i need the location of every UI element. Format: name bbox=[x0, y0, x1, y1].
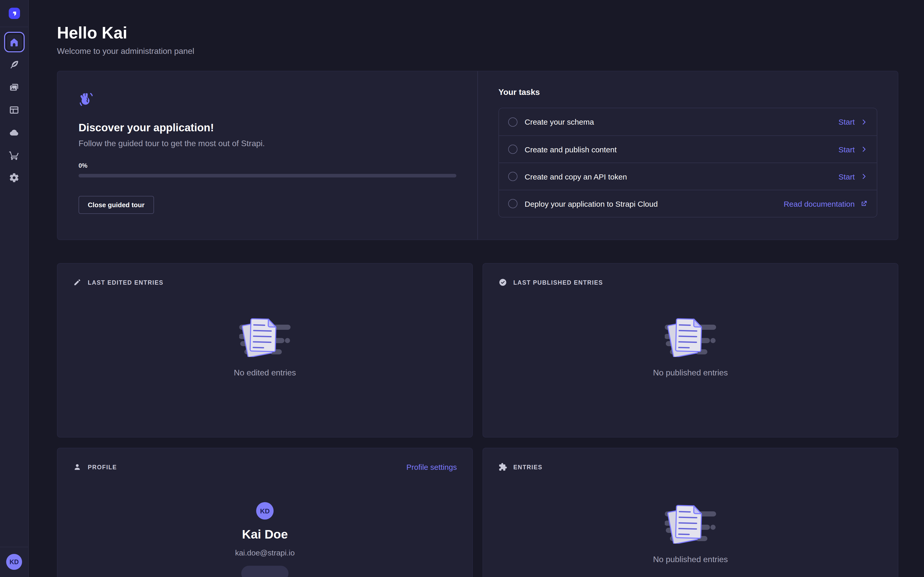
progress-label: 0% bbox=[79, 162, 456, 169]
pencil-icon bbox=[73, 278, 82, 287]
gear-icon bbox=[9, 172, 19, 183]
sidebar-divider-bottom bbox=[0, 547, 29, 547]
guided-tour-subtitle: Follow the guided tour to get the most o… bbox=[79, 139, 456, 148]
task-status-circle bbox=[508, 172, 517, 181]
task-row: Create and publish content Start bbox=[499, 135, 877, 163]
widget-header: PROFILE Profile settings bbox=[73, 463, 457, 471]
task-read-documentation-link[interactable]: Read documentation bbox=[783, 199, 867, 208]
sidebar-nav bbox=[4, 32, 24, 188]
sidebar-item-cloud[interactable] bbox=[4, 122, 24, 143]
task-status-circle bbox=[508, 117, 517, 126]
page-title: Hello Kai bbox=[57, 23, 898, 43]
task-status-circle bbox=[508, 199, 517, 208]
main-content: Hello Kai Welcome to your administration… bbox=[29, 0, 924, 577]
guided-tour-card: Discover your application! Follow the gu… bbox=[57, 71, 898, 240]
your-tasks-section: Your tasks Create your schema Start bbox=[478, 71, 898, 240]
profile-widget: PROFILE Profile settings KD Kai Doe kai.… bbox=[57, 448, 473, 577]
cloud-icon bbox=[9, 127, 19, 138]
sidebar-item-content-manager[interactable] bbox=[4, 54, 24, 75]
task-row: Create your schema Start bbox=[499, 108, 877, 135]
task-start-link[interactable]: Start bbox=[838, 145, 867, 154]
profile-avatar: KD bbox=[256, 502, 274, 519]
sidebar-item-marketplace[interactable] bbox=[4, 145, 24, 165]
task-start-link[interactable]: Start bbox=[838, 172, 867, 181]
task-list: Create your schema Start Create and publ… bbox=[498, 108, 877, 218]
external-link-icon bbox=[860, 200, 867, 207]
widget-title: PROFILE bbox=[88, 464, 117, 470]
feather-icon bbox=[9, 59, 19, 70]
page-header: Hello Kai Welcome to your administration… bbox=[57, 23, 898, 56]
last-edited-entries-widget: LAST EDITED ENTRIES No edited entries bbox=[57, 263, 473, 437]
widget-title: LAST PUBLISHED ENTRIES bbox=[513, 279, 603, 285]
media-library-icon bbox=[9, 82, 19, 93]
task-start-link[interactable]: Start bbox=[838, 118, 867, 126]
widget-header: ENTRIES bbox=[498, 463, 882, 471]
task-label: Deploy your application to Strapi Cloud bbox=[525, 199, 776, 208]
strapi-logo[interactable] bbox=[8, 8, 20, 19]
cart-icon bbox=[9, 150, 19, 160]
home-icon bbox=[9, 37, 19, 47]
task-row: Create and copy an API token Start bbox=[499, 163, 877, 190]
widgets-row-1: LAST EDITED ENTRIES No edited entries LA… bbox=[57, 263, 898, 437]
sidebar-item-media-library[interactable] bbox=[4, 77, 24, 97]
last-published-entries-widget: LAST PUBLISHED ENTRIES No published entr… bbox=[483, 263, 898, 437]
profile-name: Kai Doe bbox=[242, 527, 288, 542]
widget-header: LAST EDITED ENTRIES bbox=[73, 278, 457, 287]
empty-state-caption: No published entries bbox=[653, 368, 728, 377]
sidebar-footer: KD bbox=[0, 547, 28, 577]
profile-settings-link[interactable]: Profile settings bbox=[406, 463, 457, 471]
empty-documents-illustration bbox=[665, 313, 716, 357]
layout-icon bbox=[9, 105, 19, 115]
close-guided-tour-button[interactable]: Close guided tour bbox=[79, 196, 154, 214]
waving-hand-icon bbox=[79, 92, 456, 109]
sidebar-item-content-type-builder[interactable] bbox=[4, 100, 24, 120]
empty-state-caption: No edited entries bbox=[234, 368, 296, 377]
user-icon bbox=[73, 463, 82, 471]
check-circle-icon bbox=[498, 278, 507, 287]
guided-tour-title: Discover your application! bbox=[79, 122, 456, 134]
empty-documents-illustration bbox=[665, 500, 716, 544]
sidebar-item-settings[interactable] bbox=[4, 167, 24, 188]
chevron-right-icon bbox=[860, 118, 867, 126]
profile-email: kai.doe@strapi.io bbox=[235, 548, 295, 557]
entries-widget: ENTRIES No published entries bbox=[483, 448, 898, 577]
tasks-title: Your tasks bbox=[498, 88, 877, 97]
user-avatar[interactable]: KD bbox=[6, 554, 22, 570]
sidebar-divider-top bbox=[0, 27, 29, 27]
task-row: Deploy your application to Strapi Cloud … bbox=[499, 190, 877, 217]
task-status-circle bbox=[508, 145, 517, 154]
guided-tour-section: Discover your application! Follow the gu… bbox=[58, 71, 477, 240]
sidebar-item-home[interactable] bbox=[4, 32, 24, 52]
task-label: Create your schema bbox=[525, 118, 831, 126]
widget-title: LAST EDITED ENTRIES bbox=[88, 279, 163, 285]
task-label: Create and publish content bbox=[525, 145, 831, 154]
widget-header: LAST PUBLISHED ENTRIES bbox=[498, 278, 882, 287]
strapi-logo-icon bbox=[10, 9, 19, 18]
empty-documents-illustration bbox=[239, 313, 291, 357]
empty-state: No published entries bbox=[498, 287, 882, 377]
chevron-right-icon bbox=[860, 173, 867, 180]
task-label: Create and copy an API token bbox=[525, 172, 831, 181]
page-subtitle: Welcome to your administration panel bbox=[57, 47, 898, 56]
empty-state: No published entries bbox=[498, 471, 882, 564]
widgets-row-2: PROFILE Profile settings KD Kai Doe kai.… bbox=[57, 448, 898, 577]
widget-title: ENTRIES bbox=[513, 464, 543, 470]
profile-body: KD Kai Doe kai.doe@strapi.io bbox=[73, 471, 457, 577]
strapi-admin-dashboard: KD Hello Kai Welcome to your administrat… bbox=[0, 0, 924, 577]
chevron-right-icon bbox=[860, 146, 867, 153]
puzzle-icon bbox=[498, 463, 507, 471]
empty-state-caption: No published entries bbox=[653, 555, 728, 564]
progress-bar bbox=[79, 174, 456, 177]
sidebar: KD bbox=[0, 0, 29, 577]
empty-state: No edited entries bbox=[73, 287, 457, 377]
role-badge bbox=[241, 566, 289, 577]
